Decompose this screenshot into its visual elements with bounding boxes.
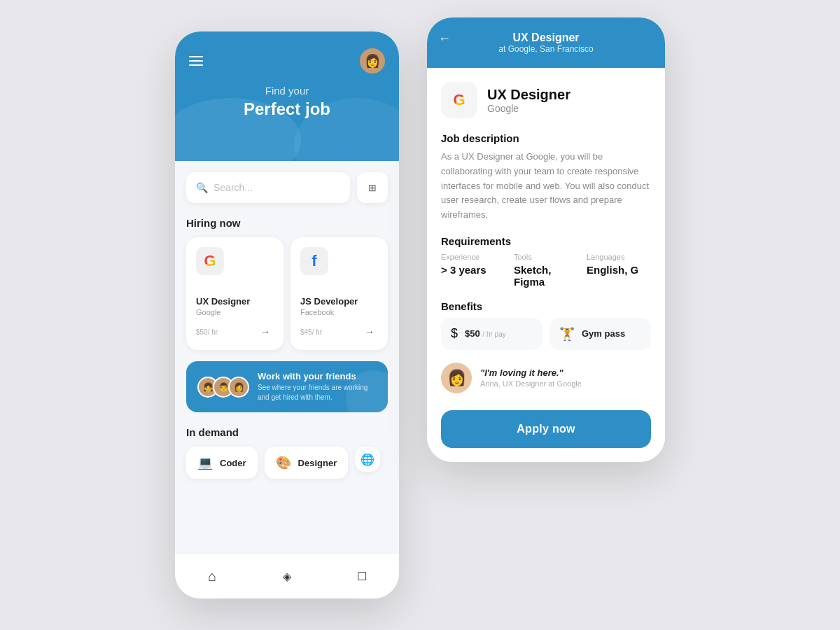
company-g-icon: G <box>453 91 465 109</box>
user-avatar[interactable]: 👩 <box>360 48 385 74</box>
indemand-section-label: In demand <box>186 426 388 438</box>
demand-designer[interactable]: 🎨 Designer <box>265 447 349 479</box>
testimonial-content: "I'm loving it here." Anna, UX Designer … <box>480 368 582 388</box>
designer-icon: 🎨 <box>276 455 291 470</box>
job-arrow-2[interactable]: → <box>361 323 378 340</box>
home-icon: ⌂ <box>208 568 216 584</box>
requirements-title: Requirements <box>441 235 651 247</box>
demand-coder[interactable]: 💻 Coder <box>186 447 258 479</box>
testimonial-quote: "I'm loving it here." <box>480 368 582 378</box>
friends-banner-subtitle: See where your friends are workingand ge… <box>258 383 368 402</box>
friends-avatars: 👧 👨 👩 <box>197 377 249 398</box>
friends-banner-title: Work with your friends <box>258 371 368 382</box>
google-logo: G <box>196 247 224 275</box>
benefit-gym-text: Gym pass <box>582 328 625 339</box>
nav-messages[interactable]: ☐ <box>349 564 374 589</box>
bottom-nav: ⌂ ◈ ☐ <box>175 553 399 598</box>
job-desc-text: As a UX Designer at Google, you will be … <box>441 150 651 223</box>
google-g-icon: G <box>204 252 216 270</box>
phone-header: 👩 Find your Perfect job <box>175 31 399 161</box>
benefit-gym: 🏋️ Gym pass <box>550 318 651 350</box>
demand-partial-icon: 🌐 <box>360 453 374 466</box>
phone-screen-2: ← UX Designer at Google, San Francisco G… <box>427 18 665 462</box>
coder-label: Coder <box>220 458 246 468</box>
requirements-grid: Experience > 3 years Tools Sketch, Figma… <box>441 253 651 288</box>
benefit-salary: $ $50 / hr pay <box>441 318 542 350</box>
job-card-footer-1: $50/ hr → <box>196 323 274 340</box>
search-placeholder: Search... <box>214 182 253 193</box>
search-row: 🔍 Search... ⊞ <box>186 172 388 203</box>
header-subtitle: Find your <box>189 85 385 97</box>
job-company-2: Facebook <box>300 308 378 316</box>
salary-icon: $ <box>451 326 458 341</box>
job-card-facebook[interactable]: f JS Developer Facebook $45/ hr → <box>290 237 388 350</box>
facebook-f-icon: f <box>312 252 316 270</box>
friends-text: Work with your friends See where your fr… <box>258 371 368 402</box>
search-bar[interactable]: 🔍 Search... <box>186 172 350 203</box>
req-languages: Languages English, G <box>587 253 651 288</box>
menu-icon[interactable] <box>189 56 203 66</box>
friend-avatar-3: 👩 <box>228 377 249 398</box>
testimonial-row: 👩 "I'm loving it here." Anna, UX Designe… <box>441 363 651 393</box>
tools-value: Sketch, Figma <box>514 264 578 288</box>
job-arrow-1[interactable]: → <box>257 323 274 340</box>
job-title-1: UX Designer <box>196 296 274 307</box>
job-salary-1: $50/ hr <box>196 327 218 337</box>
job-card-google[interactable]: G UX Designer Google $50/ hr → <box>186 237 284 350</box>
languages-value: English, G <box>587 264 651 276</box>
benefits-row: $ $50 / hr pay 🏋️ Gym pass <box>441 318 651 350</box>
company-info: UX Designer Google <box>487 87 570 114</box>
layers-icon: ◈ <box>283 570 291 583</box>
languages-label: Languages <box>587 253 651 261</box>
designer-label: Designer <box>298 458 337 468</box>
coder-icon: 💻 <box>197 455 213 470</box>
filter-button[interactable]: ⊞ <box>357 172 388 203</box>
testimonial-name: Anna, UX Designer at Google <box>480 379 582 388</box>
experience-label: Experience <box>441 253 505 261</box>
hiring-cards: G UX Designer Google $50/ hr → f <box>186 237 388 350</box>
filter-icon: ⊞ <box>368 182 377 193</box>
tools-label: Tools <box>514 253 578 261</box>
nav-home[interactable]: ⌂ <box>200 564 225 589</box>
search-icon: 🔍 <box>196 182 208 193</box>
phone-screen-1: 👩 Find your Perfect job 🔍 Search... ⊞ Hi… <box>175 31 399 598</box>
job-company-1: Google <box>196 308 274 316</box>
indemand-cards: 💻 Coder 🎨 Designer 🌐 <box>186 447 388 479</box>
apply-button[interactable]: Apply now <box>441 410 651 448</box>
nav-layers[interactable]: ◈ <box>274 564 300 589</box>
job-card-footer-2: $45/ hr → <box>300 323 378 340</box>
job-desc-title: Job description <box>441 132 651 144</box>
testimonial-avatar: 👩 <box>441 363 472 393</box>
header-title: Perfect job <box>189 99 385 119</box>
friends-banner[interactable]: 👧 👨 👩 Work with your friends See where y… <box>186 361 388 412</box>
company-logo: G <box>441 82 477 118</box>
hiring-section-label: Hiring now <box>186 217 388 229</box>
req-experience: Experience > 3 years <box>441 253 505 288</box>
detail-header-title: UX Designer <box>512 31 579 44</box>
job-title-2: JS Developer <box>300 296 378 307</box>
topbar: 👩 <box>189 48 385 74</box>
phone-body: 🔍 Search... ⊞ Hiring now G UX Designer G… <box>175 161 399 553</box>
facebook-logo: f <box>300 247 328 275</box>
benefits-title: Benefits <box>441 300 651 312</box>
benefit-salary-text: $50 / hr pay <box>465 328 506 339</box>
gym-icon: 🏋️ <box>559 326 575 342</box>
company-job-title: UX Designer <box>487 87 570 103</box>
detail-body: G UX Designer Google Job description As … <box>427 68 665 462</box>
chat-icon: ☐ <box>357 570 367 583</box>
detail-header: ← UX Designer at Google, San Francisco <box>427 18 665 68</box>
company-org-name: Google <box>487 103 570 114</box>
detail-header-subtitle: at Google, San Francisco <box>498 44 593 54</box>
experience-value: > 3 years <box>441 264 505 276</box>
back-button[interactable]: ← <box>438 31 451 46</box>
demand-partial: 🌐 <box>355 447 380 472</box>
company-row: G UX Designer Google <box>441 82 651 118</box>
job-salary-2: $45/ hr <box>300 327 322 337</box>
req-tools: Tools Sketch, Figma <box>514 253 578 288</box>
